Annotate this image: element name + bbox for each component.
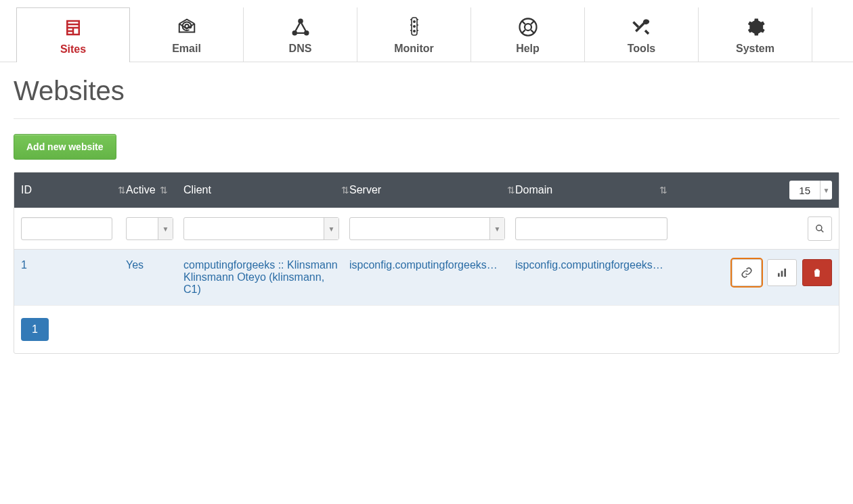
link-icon (741, 267, 753, 279)
pagination: 1 (14, 305, 839, 353)
svg-point-10 (816, 225, 822, 231)
page-title: Websites (14, 76, 839, 106)
tab-label: DNS (289, 43, 312, 55)
tab-tools[interactable]: Tools (585, 7, 699, 62)
row-active-link[interactable]: Yes (126, 259, 144, 271)
row-client-link[interactable]: computingforgeeks :: Klinsmann Klinsmann… (183, 259, 338, 295)
tab-label: Monitor (394, 43, 434, 55)
traffic-light-icon (404, 17, 424, 37)
tab-email[interactable]: Email (130, 7, 244, 62)
chevron-down-icon: ▼ (158, 218, 173, 239)
row-domain-link[interactable]: ispconfig.computingforgeeks… (515, 259, 663, 271)
svg-rect-12 (781, 271, 783, 277)
tools-icon (632, 17, 652, 37)
svg-rect-11 (778, 273, 780, 277)
filter-server-select[interactable]: ▼ (349, 217, 505, 240)
page-button-current[interactable]: 1 (21, 318, 49, 341)
filter-row: ▼ ▼ ▼ (14, 208, 839, 249)
svg-rect-13 (784, 269, 786, 277)
tab-label: Help (516, 43, 540, 55)
col-header-id[interactable]: ID ⇅ (21, 184, 126, 196)
svg-point-1 (298, 19, 303, 24)
col-header-domain[interactable]: Domain ⇅ (515, 184, 668, 196)
tab-dns[interactable]: DNS (244, 7, 357, 62)
svg-point-7 (413, 30, 416, 32)
lifebuoy-icon (518, 17, 538, 37)
filter-client-select[interactable]: ▼ (183, 217, 339, 240)
gear-icon (745, 17, 766, 37)
tab-help[interactable]: Help (471, 7, 585, 62)
envelope-at-icon (177, 17, 197, 37)
filter-domain-input[interactable] (515, 217, 668, 240)
stats-button[interactable] (767, 259, 797, 286)
search-button[interactable] (808, 216, 832, 241)
tab-label: System (736, 43, 774, 55)
delete-button[interactable] (802, 259, 832, 286)
newspaper-icon (63, 18, 83, 38)
svg-point-2 (292, 30, 297, 36)
trash-icon (812, 267, 823, 278)
open-link-button[interactable] (732, 259, 762, 286)
col-header-client[interactable]: Client ⇅ (183, 184, 349, 196)
sort-icon: ⇅ (118, 185, 126, 196)
add-website-button[interactable]: Add new website (14, 134, 116, 160)
page-size-select[interactable]: 15 ▼ (789, 181, 832, 200)
filter-active-select[interactable]: ▼ (126, 217, 173, 240)
tab-system[interactable]: System (699, 7, 812, 62)
tab-label: Sites (60, 43, 86, 55)
svg-point-6 (413, 25, 416, 28)
tab-label: Tools (628, 43, 655, 55)
search-icon (815, 224, 825, 233)
chevron-down-icon: ▼ (820, 181, 832, 200)
top-nav: Sites Email DNS Monitor Help Tools Sys (0, 7, 853, 62)
sort-icon: ⇅ (160, 185, 168, 196)
svg-point-9 (525, 24, 531, 30)
table-row: 1 Yes computingforgeeks :: Klinsmann Kli… (14, 249, 839, 305)
chevron-down-icon: ▼ (324, 218, 338, 239)
filter-id-input[interactable] (21, 217, 112, 240)
svg-point-5 (413, 20, 416, 23)
col-header-active[interactable]: Active ⇅ (126, 184, 183, 196)
tab-monitor[interactable]: Monitor (357, 7, 471, 62)
tab-sites[interactable]: Sites (16, 7, 130, 62)
sort-icon: ⇅ (659, 185, 668, 196)
tab-label: Email (172, 43, 201, 55)
bar-chart-icon (777, 267, 787, 278)
col-header-server[interactable]: Server ⇅ (349, 184, 515, 196)
chevron-down-icon: ▼ (489, 218, 504, 239)
table-header-row: ID ⇅ Active ⇅ Client ⇅ Server ⇅ Domain (14, 173, 839, 208)
websites-table: ID ⇅ Active ⇅ Client ⇅ Server ⇅ Domain (14, 172, 839, 354)
row-server-link[interactable]: ispconfig.computingforgeeks… (349, 259, 498, 271)
svg-point-3 (304, 30, 309, 36)
sort-icon: ⇅ (341, 185, 349, 196)
share-nodes-icon (290, 17, 311, 37)
row-id-link[interactable]: 1 (21, 259, 27, 271)
sort-icon: ⇅ (507, 185, 515, 196)
